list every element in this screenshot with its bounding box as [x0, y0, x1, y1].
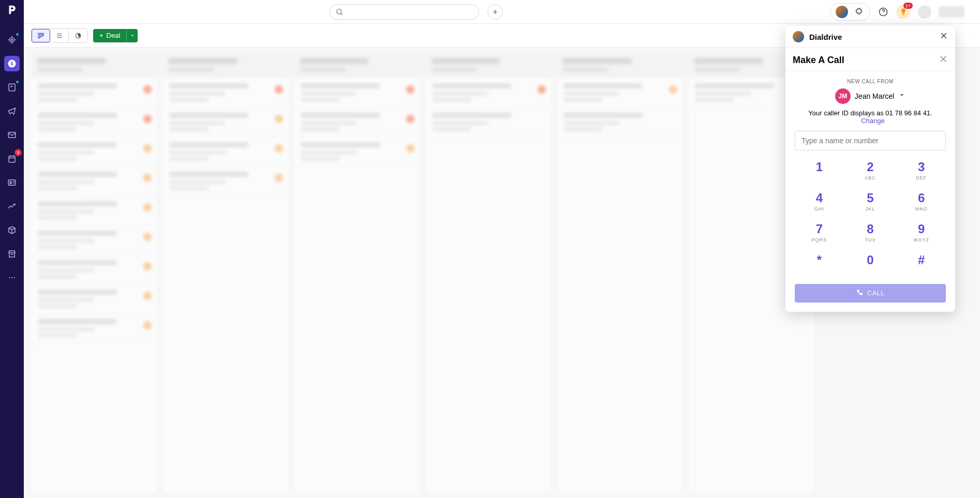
caller-avatar: JM — [835, 88, 851, 104]
nav-campaigns[interactable] — [4, 103, 20, 119]
nav-activities[interactable]: 9 — [4, 151, 20, 167]
nav-mail[interactable] — [4, 127, 20, 143]
search-icon — [335, 8, 344, 18]
key-9[interactable]: 9WXYZ — [897, 220, 946, 245]
call-button[interactable]: CALL — [795, 284, 946, 303]
dialdrive-popover: Dialdrive Make A Call NEW CALL FROM JM J… — [785, 26, 955, 312]
app-logo[interactable] — [6, 4, 18, 19]
key-6[interactable]: 6MNO — [897, 189, 946, 214]
svg-rect-16 — [42, 33, 43, 36]
popover-title: Make A Call — [793, 55, 844, 66]
dial-input[interactable] — [795, 131, 946, 150]
nav-products[interactable] — [4, 222, 20, 238]
svg-rect-4 — [9, 84, 15, 91]
popover-subheader: Make A Call — [785, 48, 955, 71]
nav-focus[interactable] — [4, 32, 20, 48]
dialdrive-launcher-icon[interactable] — [836, 6, 848, 18]
nav-projects[interactable] — [4, 80, 20, 95]
add-deal-button[interactable]: + Deal — [93, 29, 126, 42]
popover-brand-title: Dialdrive — [809, 33, 842, 41]
svg-point-12 — [337, 9, 341, 13]
popover-header: Dialdrive — [785, 26, 955, 48]
plus-icon: + — [99, 32, 103, 39]
key-8[interactable]: 8TUV — [846, 220, 895, 245]
key-hash[interactable]: # — [897, 251, 946, 276]
key-1[interactable]: 1 — [795, 158, 844, 183]
call-button-label: CALL — [867, 290, 885, 297]
view-forecast-button[interactable] — [69, 29, 87, 42]
svg-rect-15 — [40, 33, 42, 37]
left-sidebar: $ 9 — [0, 0, 24, 498]
top-bar: 1+ — [24, 0, 980, 24]
key-3[interactable]: 3DEF — [897, 158, 946, 183]
svg-point-11 — [13, 277, 14, 278]
dialdrive-brand-icon — [793, 31, 804, 42]
svg-point-8 — [10, 182, 11, 183]
new-call-from-label: NEW CALL FROM — [795, 79, 946, 84]
global-search — [329, 4, 479, 20]
whats-new-badge: 1+ — [903, 3, 913, 9]
nav-marketplace[interactable] — [4, 246, 20, 262]
key-4[interactable]: 4GHI — [795, 189, 844, 214]
extensions-group — [830, 3, 870, 21]
topbar-right: 1+ — [830, 3, 964, 21]
caller-selector[interactable]: JM Jean Marcel — [795, 88, 946, 104]
view-pipeline-button[interactable] — [32, 29, 50, 42]
nav-contacts[interactable] — [4, 175, 20, 190]
nav-projects-indicator — [16, 81, 19, 83]
key-0[interactable]: 0 — [846, 251, 895, 276]
key-star[interactable]: * — [795, 251, 844, 276]
add-deal-group: + Deal — [93, 29, 138, 42]
svg-point-9 — [9, 277, 10, 278]
dial-keypad: 1 2ABC 3DEF 4GHI 5JKL 6MNO 7PQRS 8TUV 9W… — [795, 158, 946, 276]
phone-icon — [856, 289, 863, 298]
popover-body: NEW CALL FROM JM Jean Marcel Your caller… — [785, 71, 955, 312]
key-5[interactable]: 5JKL — [846, 189, 895, 214]
help-icon[interactable] — [878, 6, 889, 18]
extension-icon[interactable] — [853, 6, 865, 18]
whats-new-icon[interactable]: 1+ — [896, 5, 911, 19]
quick-add-button[interactable] — [487, 4, 503, 20]
search-input[interactable] — [329, 4, 479, 20]
key-7[interactable]: 7PQRS — [795, 220, 844, 245]
change-caller-id-link[interactable]: Change — [861, 117, 885, 125]
view-list-button[interactable] — [50, 29, 69, 42]
nav-deals[interactable]: $ — [4, 56, 20, 71]
user-avatar[interactable] — [918, 5, 931, 19]
key-2[interactable]: 2ABC — [846, 158, 895, 183]
nav-insights[interactable] — [4, 199, 20, 214]
caller-name: Jean Marcel — [855, 92, 894, 100]
activities-badge: 9 — [14, 149, 22, 156]
nav-focus-indicator — [16, 33, 19, 36]
svg-point-0 — [11, 39, 13, 41]
view-switcher — [31, 28, 88, 43]
svg-rect-14 — [38, 33, 40, 38]
svg-text:$: $ — [10, 61, 13, 66]
chevron-down-icon — [898, 92, 905, 101]
add-deal-label: Deal — [107, 32, 121, 39]
add-deal-dropdown[interactable] — [126, 29, 138, 42]
panel-close-button[interactable] — [939, 54, 948, 66]
account-menu[interactable] — [939, 6, 964, 18]
svg-point-10 — [11, 277, 12, 278]
svg-rect-6 — [9, 156, 15, 162]
caller-id-row: Your caller ID displays as 01 78 96 84 4… — [795, 109, 946, 125]
popover-close-button[interactable] — [940, 32, 948, 42]
svg-point-1 — [10, 38, 14, 42]
nav-more[interactable] — [4, 270, 20, 285]
caller-id-text: Your caller ID displays as 01 78 96 84 4… — [808, 109, 932, 117]
